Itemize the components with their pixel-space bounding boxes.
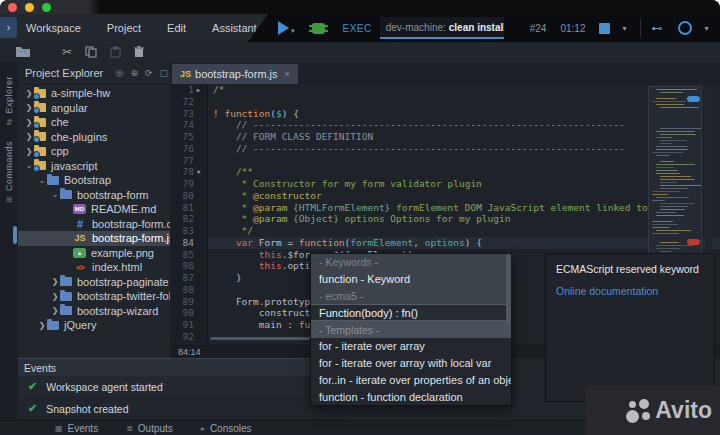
- go-into-icon[interactable]: ◎: [116, 68, 124, 78]
- gutter: 80: [170, 190, 208, 202]
- folder-icon: [34, 161, 46, 170]
- doc-title: ECMAScript reserved keyword: [556, 263, 714, 275]
- preview-dropdown-icon[interactable]: ▾: [704, 24, 708, 33]
- tab-close-icon[interactable]: ×: [285, 69, 290, 79]
- explorer-scrollbar-thumb[interactable]: [13, 226, 17, 244]
- tree-item-bootstrap-form[interactable]: ⌄bootstrap-form: [18, 188, 170, 203]
- code-line-80: 80 * @constructor: [170, 190, 720, 202]
- menu-project[interactable]: Project: [107, 22, 141, 34]
- activity-tab-commands[interactable]: Commands⊞: [0, 141, 18, 204]
- tree-item-label: bootstrap-wizard: [77, 305, 158, 317]
- activity-bar: Explorer⇵Commands⊞: [0, 62, 19, 435]
- bottom-tab-consoles[interactable]: ▸Consoles: [201, 423, 252, 434]
- folder-icon: [47, 321, 59, 330]
- paste-icon[interactable]: [104, 44, 126, 60]
- completion-item[interactable]: for - iterate over array with local var: [311, 355, 511, 372]
- chevron-right-icon[interactable]: ❯: [50, 292, 60, 301]
- minimap-error-marker: [687, 239, 700, 245]
- minimize-window-icon[interactable]: [25, 3, 34, 12]
- zoom-window-icon[interactable]: [42, 3, 51, 12]
- chevron-down-icon[interactable]: ⌄: [50, 190, 60, 199]
- copy-icon[interactable]: [80, 44, 102, 60]
- event-message: Snapshot created: [46, 403, 128, 415]
- stop-button[interactable]: [599, 23, 610, 34]
- code-text: * Constructor for my form validator plug…: [208, 178, 720, 190]
- completion-item[interactable]: function - function declaration: [311, 388, 511, 405]
- import-project-icon[interactable]: [12, 44, 34, 60]
- tree-item-bootstrap[interactable]: ⌄Bootstrap: [18, 173, 170, 188]
- folder-icon: [34, 132, 46, 141]
- tree-item-label: README.md: [91, 203, 156, 215]
- code-line-1: 1▶/*: [170, 84, 720, 96]
- debug-icon[interactable]: [312, 23, 325, 34]
- folder-icon: [34, 103, 46, 112]
- online-documentation-link[interactable]: Online documentation: [556, 285, 714, 297]
- connect-debugger-icon[interactable]: ⊷: [651, 22, 662, 35]
- fold-marker-icon[interactable]: ▶: [194, 84, 203, 96]
- tree-item-a-simple-hw[interactable]: ❯a-simple-hw: [18, 86, 170, 101]
- completion-item[interactable]: Function(body) : fn(): [311, 304, 511, 321]
- collapse-all-icon[interactable]: ⊕: [130, 68, 138, 78]
- close-window-icon[interactable]: [8, 3, 17, 12]
- delete-icon[interactable]: [128, 44, 150, 60]
- menu-assistant[interactable]: Assistant: [212, 22, 257, 34]
- code-line-81: 81 * @param {HTMLFormElement} formElemen…: [170, 202, 720, 214]
- chevron-right-icon[interactable]: ❯: [50, 306, 60, 315]
- exec-dropdown-icon[interactable]: ▾: [622, 24, 626, 33]
- completion-item[interactable]: function - Keyword: [311, 271, 511, 288]
- completion-item[interactable]: for..in - iterate over properties of an …: [311, 372, 511, 389]
- tree-item-jquery[interactable]: ❯jQuery: [18, 318, 170, 333]
- exec-command-widget[interactable]: dev-machine: clean install: [380, 17, 504, 39]
- tree-item-cpp[interactable]: ❯cpp: [18, 144, 170, 159]
- chevron-right-icon[interactable]: ❯: [37, 321, 47, 330]
- code-line-79: 79 * Constructor for my form validator p…: [170, 178, 720, 190]
- code-text: * @param {Object} options Options for my…: [208, 213, 720, 225]
- gutter: 83: [170, 225, 208, 237]
- bottom-tab-events[interactable]: ▦Events: [55, 423, 98, 434]
- tree-item-javascript[interactable]: ⌄javascript: [18, 159, 170, 174]
- tree-item-bootstrap-wizard[interactable]: ❯bootstrap-wizard: [18, 304, 170, 319]
- event-row: ✔Snapshot created: [18, 398, 345, 420]
- tree-item-index.html[interactable]: <>index.html: [18, 260, 170, 275]
- tree-item-label: bootstrap-form.css: [92, 218, 170, 230]
- explorer-header-icons: ◎⊕⟳▢: [116, 68, 168, 78]
- tree-item-bootstrap-form.js[interactable]: JSbootstrap-form.js: [18, 231, 170, 246]
- tree-item-che[interactable]: ❯che: [18, 115, 170, 130]
- completion-scrollbar[interactable]: [506, 254, 511, 324]
- chevron-down-icon[interactable]: ⌄: [37, 176, 47, 185]
- tree-item-label: che-plugins: [51, 131, 107, 143]
- tab-bootstrap-form-js[interactable]: JS bootstrap-form.js ×: [172, 64, 298, 84]
- preview-icon[interactable]: [678, 21, 692, 35]
- completion-group-header: - ecma5 -: [311, 288, 511, 305]
- code-text: // FORM CLASS DEFINITION: [208, 131, 720, 143]
- chevron-right-icon[interactable]: ❯: [50, 277, 60, 286]
- tree-item-example.png[interactable]: ▴example.png: [18, 246, 170, 261]
- gutter: 82: [170, 213, 208, 225]
- completion-group-header: - Keywords -: [311, 254, 511, 271]
- bottom-tab-outputs[interactable]: ≣Outputs: [126, 423, 173, 434]
- fold-marker-icon[interactable]: ▼: [194, 166, 203, 178]
- cut-icon[interactable]: ✂: [56, 44, 78, 60]
- tree-item-bootstrap-paginate[interactable]: ❯bootstrap-paginate: [18, 275, 170, 290]
- code-text: * @param {HTMLFormElement} formElement D…: [208, 202, 720, 214]
- tree-item-angular[interactable]: ❯angular: [18, 101, 170, 116]
- tree-item-bootstrap-twitter-follow[interactable]: ❯bootstrap-twitter-follow: [18, 289, 170, 304]
- code-text: [208, 96, 720, 108]
- run-dropdown-icon[interactable]: ▾: [291, 27, 295, 35]
- folder-icon: [60, 277, 72, 286]
- tree-item-label: che: [51, 116, 69, 128]
- exec-label: EXEC: [343, 23, 372, 34]
- panel-chevron-icon[interactable]: ›: [0, 17, 17, 38]
- refresh-icon[interactable]: ⟳: [145, 68, 153, 78]
- maximize-icon[interactable]: ▢: [159, 68, 168, 78]
- tree-item-che-plugins[interactable]: ❯che-plugins: [18, 130, 170, 145]
- tree-item-readme.md[interactable]: MDREADME.md: [18, 202, 170, 217]
- minimap[interactable]: [648, 86, 702, 260]
- watermark-text: Avito: [655, 397, 712, 424]
- completion-item[interactable]: for - iterate over array: [311, 338, 511, 355]
- menu-edit[interactable]: Edit: [167, 22, 186, 34]
- run-button[interactable]: ▾: [278, 21, 295, 35]
- tree-item-bootstrap-form.css[interactable]: #bootstrap-form.css: [18, 217, 170, 232]
- activity-tab-explorer[interactable]: Explorer⇵: [0, 76, 18, 127]
- menu-workspace[interactable]: Workspace: [26, 22, 81, 34]
